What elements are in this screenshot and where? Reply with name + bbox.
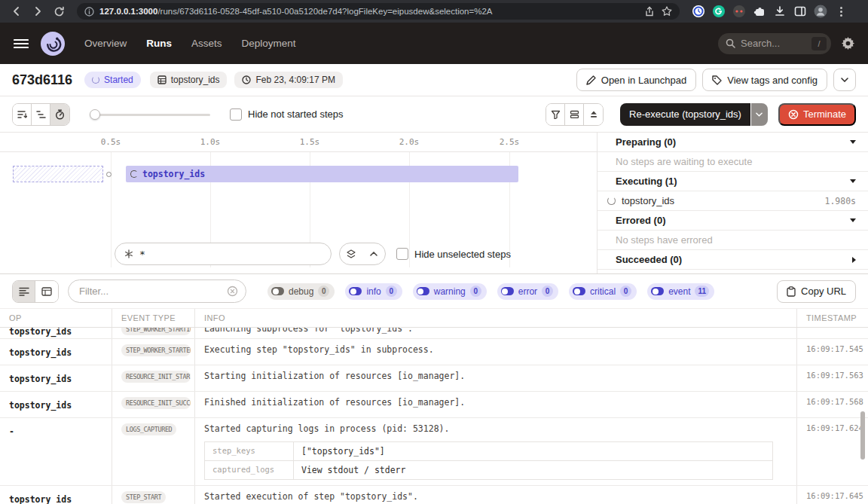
job-tag[interactable]: topstory_ids	[150, 72, 228, 88]
search-input[interactable]: Search... /	[718, 33, 831, 54]
section-title: Succeeded (0)	[616, 254, 682, 265]
structured-logs-icon[interactable]	[35, 281, 58, 302]
terminate-button[interactable]: Terminate	[778, 103, 856, 126]
reexecute-button[interactable]: Re-execute (topstory_ids)	[620, 103, 750, 126]
log-level-critical[interactable]: critical0	[569, 283, 637, 300]
metadata-table: step_keys["topstory_ids"]captured_logsVi…	[204, 441, 773, 480]
toggle-icon	[573, 287, 585, 295]
dagster-logo[interactable]	[41, 32, 65, 56]
captured-logs-link[interactable]: View stdout / stderr	[294, 461, 772, 479]
clear-filter-icon[interactable]	[227, 286, 238, 297]
log-op-cell: topstory_ids	[0, 328, 112, 339]
download-icon[interactable]	[773, 5, 787, 18]
nav-item-runs[interactable]: Runs	[146, 38, 172, 49]
grammarly-extension-icon[interactable]	[712, 5, 726, 18]
gantt-step-bar[interactable]: topstory_ids	[126, 166, 518, 182]
site-info-icon[interactable]	[84, 7, 94, 17]
log-level-event[interactable]: event11	[647, 283, 714, 300]
log-row[interactable]: topstory_idsSTEP_WORKER_STARTEDExecuting…	[0, 339, 868, 365]
log-rows: topstory_idsSTEP_WORKER_STARTINGLaunchin…	[0, 328, 868, 504]
steps-section-header[interactable]: Errored (0)	[598, 211, 868, 231]
steps-section-header[interactable]: Executing (1)	[598, 172, 868, 191]
level-label: event	[668, 286, 690, 297]
gantt-zoom-slider[interactable]	[90, 104, 210, 125]
section-title: Executing (1)	[616, 176, 677, 187]
extensions-puzzle-icon[interactable]	[753, 5, 766, 18]
gantt-toolbar-right: Re-execute (topstory_ids) Terminate	[546, 103, 856, 126]
metadata-key: step_keys	[205, 442, 294, 461]
hide-not-started-checkbox[interactable]	[230, 108, 242, 121]
gear-icon[interactable]	[842, 37, 854, 50]
log-op-cell: topstory_ids	[0, 486, 112, 504]
bookmark-star-icon[interactable]	[662, 6, 672, 17]
log-level-debug[interactable]: debug0	[267, 283, 335, 300]
log-row[interactable]: topstory_idsSTEP_STARTStarted execution …	[0, 486, 868, 504]
caret-down-icon	[850, 140, 856, 144]
view-flat-icon[interactable]	[13, 104, 32, 125]
log-message: Finished initialization of resources [io…	[204, 397, 790, 408]
clock-extension-icon[interactable]	[692, 5, 705, 18]
layers-icon[interactable]	[340, 243, 362, 264]
robot-extension-icon[interactable]	[732, 5, 746, 18]
log-message: Started capturing logs in process (pid: …	[204, 423, 790, 435]
log-level-warning[interactable]: warning0	[413, 283, 487, 300]
log-filter-input[interactable]: Filter...	[68, 279, 246, 303]
op-name: -	[9, 426, 14, 437]
browser-profile-avatar[interactable]	[814, 5, 827, 18]
url-bar[interactable]: 127.0.0.1:3000/runs/673d6116-0528-45df-a…	[77, 3, 680, 20]
log-row[interactable]: topstory_idsRESOURCE_INIT_STARTEDStartin…	[0, 365, 868, 392]
log-row[interactable]: topstory_idsRESOURCE_INIT_SUCCESSFinishe…	[0, 392, 868, 418]
copy-url-button[interactable]: Copy URL	[777, 280, 856, 303]
timestamp: 16:09:17.563	[806, 371, 862, 380]
steps-section-header[interactable]: Preparing (0)	[598, 133, 868, 152]
collapse-rows-icon[interactable]	[565, 104, 584, 125]
log-row[interactable]: topstory_idsSTEP_WORKER_STARTINGLaunchin…	[0, 328, 868, 339]
op-name: topstory_ids	[9, 328, 72, 337]
level-count: 11	[695, 286, 709, 297]
share-icon[interactable]	[645, 6, 654, 17]
browser-menu-icon[interactable]	[840, 7, 842, 17]
header-right: Search... /	[718, 33, 854, 54]
run-actions-dropdown-button[interactable]	[833, 69, 856, 91]
step-selection-input[interactable]: *	[115, 243, 332, 265]
browser-reload-icon[interactable]	[50, 2, 68, 20]
empty-text: No steps have errored	[616, 234, 713, 246]
hide-unselected-checkbox[interactable]	[396, 248, 408, 260]
log-level-error[interactable]: error0	[497, 283, 558, 300]
level-label: error	[518, 286, 537, 297]
browser-extensions	[692, 5, 842, 18]
log-scrollbar-thumb[interactable]	[860, 411, 865, 460]
log-timestamp-cell: 16:09:17.563	[797, 365, 868, 391]
side-panel-icon[interactable]	[793, 5, 807, 18]
nav-item-assets[interactable]: Assets	[191, 38, 222, 49]
open-in-launchpad-button[interactable]: Open in Launchpad	[576, 69, 696, 91]
steps-section-header[interactable]: Succeeded (0)	[598, 250, 868, 270]
unstructured-logs-icon[interactable]	[13, 281, 35, 302]
view-waterfall-icon[interactable]	[32, 104, 50, 125]
view-timed-icon[interactable]	[50, 104, 69, 125]
browser-forward-icon[interactable]	[29, 2, 47, 20]
running-spinner-icon	[607, 197, 616, 205]
chevron-up-icon[interactable]	[362, 243, 385, 264]
log-op-cell: topstory_ids	[0, 392, 112, 417]
gantt-selection-bar: * Hide unselected steps	[115, 243, 511, 265]
search-placeholder: Search...	[741, 38, 806, 49]
timeline-tick: 0.5s	[101, 137, 121, 147]
reexecute-dropdown-button[interactable]	[751, 103, 768, 126]
filter-funnel-icon[interactable]	[546, 104, 565, 125]
view-tags-config-button[interactable]: View tags and config	[702, 69, 827, 91]
browser-back-icon[interactable]	[8, 2, 26, 20]
hamburger-menu-icon[interactable]	[14, 38, 29, 49]
step-row[interactable]: topstory_ids1.980s	[598, 191, 868, 211]
nav-item-deployment[interactable]: Deployment	[242, 38, 296, 49]
cancel-circle-icon	[788, 109, 799, 120]
log-table-header: OP EVENT TYPE INFO TIMESTAMP	[0, 308, 868, 328]
eject-icon[interactable]	[584, 104, 603, 125]
slider-knob[interactable]	[90, 109, 100, 120]
log-level-info[interactable]: info0	[345, 283, 402, 300]
nav-item-overview[interactable]: Overview	[84, 38, 127, 49]
hide-not-started-label: Hide not started steps	[248, 108, 343, 120]
log-row[interactable]: -LOGS_CAPTUREDStarted capturing logs in …	[0, 418, 868, 486]
toggle-icon	[271, 287, 284, 295]
log-timestamp-cell: 16:09:17.568	[797, 392, 868, 417]
